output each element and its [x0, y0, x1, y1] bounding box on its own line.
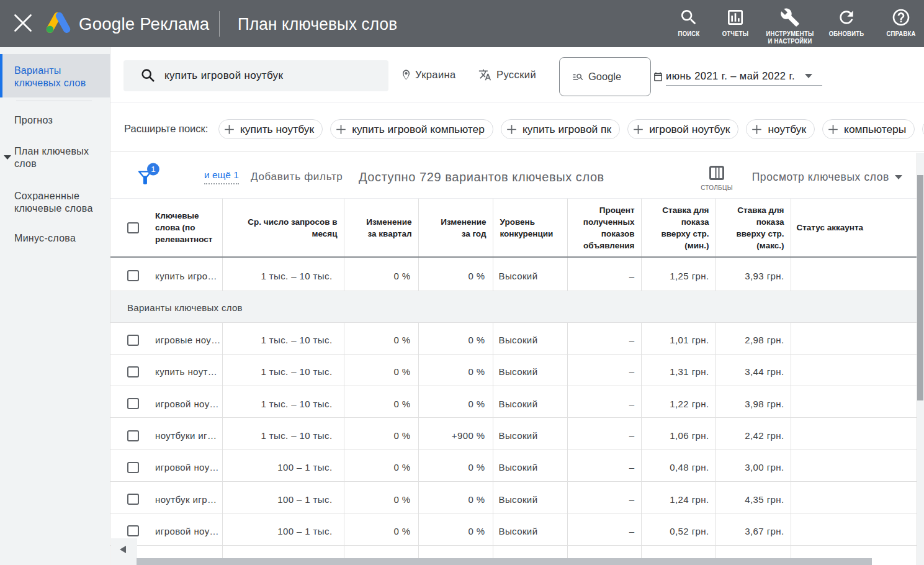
- svg-text:1: 1: [151, 165, 156, 174]
